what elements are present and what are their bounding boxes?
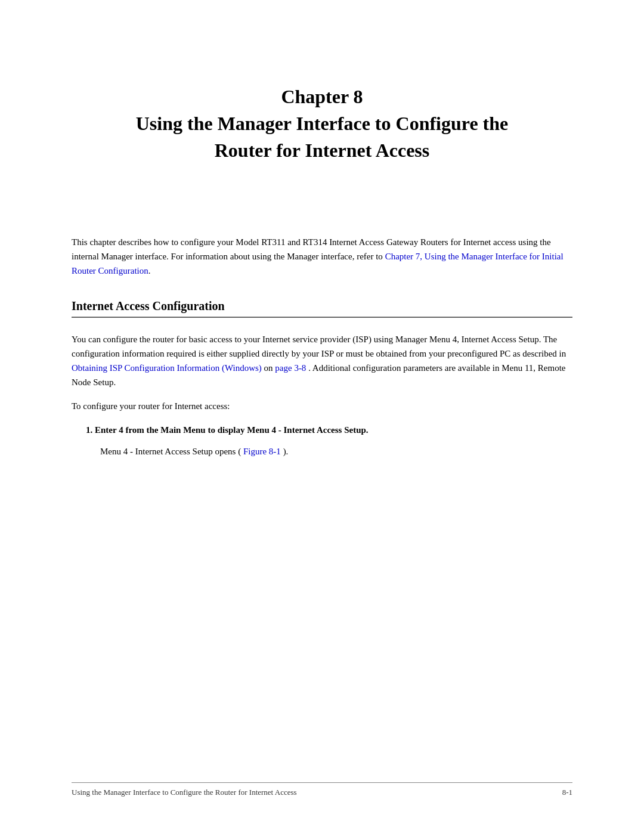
chapter-header: Chapter 8 Using the Manager Interface to… bbox=[72, 83, 572, 163]
footer-page: 8-1 bbox=[562, 788, 572, 797]
intro-paragraph: This chapter describes how to configure … bbox=[72, 235, 572, 278]
configure-label-text: To configure your router for Internet ac… bbox=[72, 401, 230, 411]
section-body-mid: on bbox=[264, 363, 275, 373]
footer-text: Using the Manager Interface to Configure… bbox=[72, 788, 297, 797]
step1-detail: Menu 4 - Internet Access Setup opens ( F… bbox=[100, 444, 572, 459]
obtaining-isp-link[interactable]: Obtaining ISP Configuration Information … bbox=[72, 363, 262, 373]
section-body: You can configure the router for basic a… bbox=[72, 332, 572, 389]
section-heading: Internet Access Configuration bbox=[72, 299, 572, 318]
chapter-title-line2: Router for Internet Access bbox=[215, 140, 430, 161]
step1: 1. Enter 4 from the Main Menu to display… bbox=[86, 423, 572, 437]
page-container: Chapter 8 Using the Manager Interface to… bbox=[0, 0, 644, 833]
footer: Using the Manager Interface to Configure… bbox=[72, 782, 572, 797]
page-3-8-link[interactable]: page 3-8 bbox=[275, 363, 306, 373]
section-heading-text: Internet Access Configuration bbox=[72, 299, 225, 312]
figure-8-1-link[interactable]: Figure 8-1 bbox=[243, 447, 281, 456]
intro-link-end: . bbox=[148, 266, 151, 275]
chapter-label: Chapter 8 bbox=[281, 86, 363, 107]
configure-label: To configure your router for Internet ac… bbox=[72, 399, 572, 413]
step1-label: 1. Enter 4 from the Main Menu to display… bbox=[86, 425, 369, 435]
chapter-title: Chapter 8 Using the Manager Interface to… bbox=[72, 83, 572, 163]
step1-detail-post: ). bbox=[283, 447, 289, 456]
section-body-pre: You can configure the router for basic a… bbox=[72, 335, 566, 358]
step1-detail-pre: Menu 4 - Internet Access Setup opens ( bbox=[100, 447, 241, 456]
chapter-title-line1: Using the Manager Interface to Configure… bbox=[136, 113, 509, 134]
